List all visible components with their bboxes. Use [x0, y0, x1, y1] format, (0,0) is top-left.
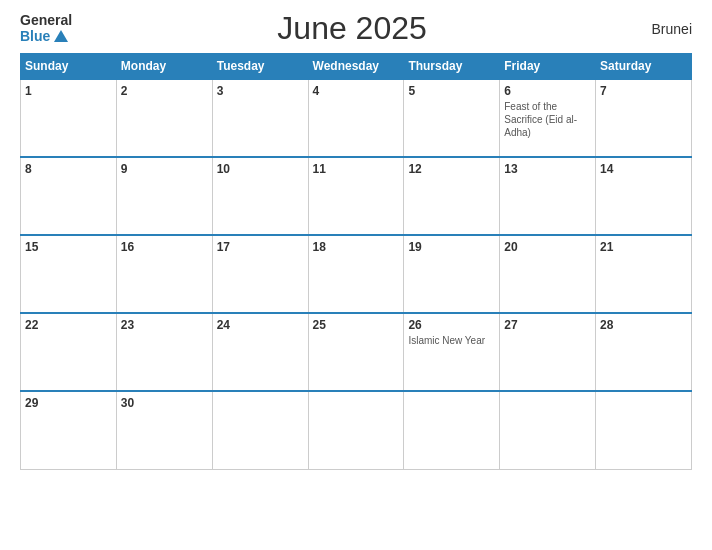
day-number: 29: [25, 396, 112, 410]
calendar-day-cell: 19: [404, 235, 500, 313]
day-number: 12: [408, 162, 495, 176]
day-number: 9: [121, 162, 208, 176]
day-number: 1: [25, 84, 112, 98]
calendar-table: Sunday Monday Tuesday Wednesday Thursday…: [20, 53, 692, 470]
calendar-day-cell: 11: [308, 157, 404, 235]
day-number: 27: [504, 318, 591, 332]
logo: General Blue: [20, 13, 72, 44]
col-tuesday: Tuesday: [212, 54, 308, 80]
calendar-week-row: 891011121314: [21, 157, 692, 235]
day-number: 23: [121, 318, 208, 332]
country-name: Brunei: [632, 21, 692, 37]
day-number: 6: [504, 84, 591, 98]
logo-triangle-icon: [54, 30, 68, 42]
day-number: 16: [121, 240, 208, 254]
calendar-day-cell: 25: [308, 313, 404, 391]
event-label: Feast of the Sacrifice (Eid al-Adha): [504, 101, 577, 138]
calendar-day-cell: 13: [500, 157, 596, 235]
day-number: 20: [504, 240, 591, 254]
calendar-day-cell: 2: [116, 79, 212, 157]
calendar-day-cell: 30: [116, 391, 212, 469]
calendar-week-row: 2930: [21, 391, 692, 469]
calendar-day-cell: 23: [116, 313, 212, 391]
calendar-day-cell: 17: [212, 235, 308, 313]
calendar-day-cell: 14: [596, 157, 692, 235]
calendar-day-cell: 1: [21, 79, 117, 157]
calendar-day-cell: 18: [308, 235, 404, 313]
day-number: 7: [600, 84, 687, 98]
day-number: 8: [25, 162, 112, 176]
day-number: 14: [600, 162, 687, 176]
day-number: 11: [313, 162, 400, 176]
calendar-day-cell: 10: [212, 157, 308, 235]
calendar-day-cell: [596, 391, 692, 469]
col-saturday: Saturday: [596, 54, 692, 80]
day-number: 15: [25, 240, 112, 254]
calendar-day-cell: 8: [21, 157, 117, 235]
calendar-day-cell: [500, 391, 596, 469]
day-number: 19: [408, 240, 495, 254]
calendar-day-cell: 15: [21, 235, 117, 313]
calendar-day-cell: 28: [596, 313, 692, 391]
calendar-day-cell: 7: [596, 79, 692, 157]
calendar-day-cell: 29: [21, 391, 117, 469]
calendar-day-cell: [308, 391, 404, 469]
calendar-day-cell: 5: [404, 79, 500, 157]
calendar-day-cell: 3: [212, 79, 308, 157]
calendar-day-cell: 4: [308, 79, 404, 157]
day-number: 10: [217, 162, 304, 176]
day-number: 2: [121, 84, 208, 98]
calendar-day-cell: [404, 391, 500, 469]
logo-blue-text: Blue: [20, 29, 68, 44]
day-number: 25: [313, 318, 400, 332]
logo-general-text: General: [20, 13, 72, 28]
day-number: 4: [313, 84, 400, 98]
day-number: 30: [121, 396, 208, 410]
day-number: 5: [408, 84, 495, 98]
calendar-week-row: 123456Feast of the Sacrifice (Eid al-Adh…: [21, 79, 692, 157]
calendar-day-cell: 6Feast of the Sacrifice (Eid al-Adha): [500, 79, 596, 157]
calendar-day-cell: 9: [116, 157, 212, 235]
calendar-week-row: 2223242526Islamic New Year2728: [21, 313, 692, 391]
col-thursday: Thursday: [404, 54, 500, 80]
day-number: 22: [25, 318, 112, 332]
event-label: Islamic New Year: [408, 335, 485, 346]
calendar-header: Sunday Monday Tuesday Wednesday Thursday…: [21, 54, 692, 80]
calendar-day-cell: 16: [116, 235, 212, 313]
col-friday: Friday: [500, 54, 596, 80]
col-wednesday: Wednesday: [308, 54, 404, 80]
calendar-day-cell: 20: [500, 235, 596, 313]
calendar-day-cell: 24: [212, 313, 308, 391]
weekday-header-row: Sunday Monday Tuesday Wednesday Thursday…: [21, 54, 692, 80]
page-header: General Blue June 2025 Brunei: [20, 10, 692, 47]
day-number: 28: [600, 318, 687, 332]
day-number: 18: [313, 240, 400, 254]
calendar-day-cell: 21: [596, 235, 692, 313]
calendar-body: 123456Feast of the Sacrifice (Eid al-Adh…: [21, 79, 692, 469]
col-sunday: Sunday: [21, 54, 117, 80]
day-number: 24: [217, 318, 304, 332]
day-number: 21: [600, 240, 687, 254]
calendar-title: June 2025: [72, 10, 632, 47]
calendar-day-cell: [212, 391, 308, 469]
calendar-day-cell: 22: [21, 313, 117, 391]
calendar-day-cell: 26Islamic New Year: [404, 313, 500, 391]
day-number: 13: [504, 162, 591, 176]
calendar-day-cell: 12: [404, 157, 500, 235]
col-monday: Monday: [116, 54, 212, 80]
day-number: 3: [217, 84, 304, 98]
day-number: 17: [217, 240, 304, 254]
calendar-week-row: 15161718192021: [21, 235, 692, 313]
calendar-day-cell: 27: [500, 313, 596, 391]
day-number: 26: [408, 318, 495, 332]
